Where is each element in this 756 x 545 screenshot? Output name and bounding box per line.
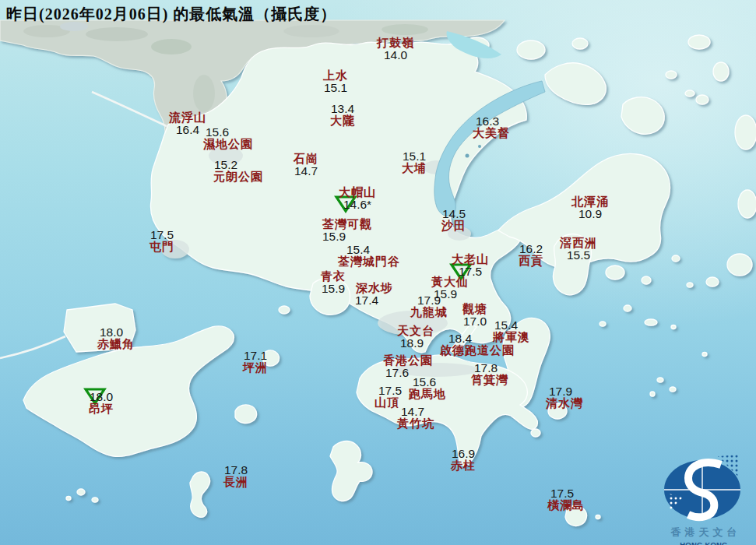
station-name: 打鼓嶺 — [377, 37, 414, 49]
station-name: 流浮山 — [169, 112, 206, 124]
station: 15.1大埔 — [402, 150, 427, 174]
station: 18.0赤鱲角 — [97, 326, 135, 350]
station: 17.8長洲 — [223, 464, 248, 488]
station: 滘西洲 15.5 — [560, 237, 597, 262]
station-value: 17.4 — [348, 294, 385, 307]
station-value: 15.1 — [402, 150, 427, 163]
station-value: 17.9 — [410, 294, 448, 307]
station-name: 啟德跑道公園 — [440, 344, 515, 356]
hko-logo-english: HONG KONG OBSERVATORY — [651, 540, 756, 545]
station-value: 15.4 — [487, 319, 525, 332]
station-value: 14.7 — [294, 165, 318, 178]
station-value: 18.4 — [423, 332, 498, 345]
station: 15.2元朗公園 — [213, 159, 263, 183]
station: 15.4荃灣城門谷 — [338, 244, 400, 268]
station: 17.9清水灣 — [546, 385, 583, 410]
station-name: 坪洲 — [243, 361, 268, 373]
station-value: 16.9 — [451, 448, 476, 460]
station: 觀塘 17.0 — [462, 304, 487, 328]
station-value: 18.0 — [89, 391, 114, 403]
hei-ling-chau — [235, 405, 257, 423]
station: 大老山 17.5 — [452, 254, 489, 278]
station: 17.5屯門 — [149, 229, 174, 253]
station-name: 濕地公園 — [203, 138, 253, 149]
station: 18.0昂坪 — [89, 391, 114, 415]
station-value: 17.0 — [462, 315, 487, 328]
weather-map-page: 昨日(2026年02月06日) 的最低氣溫（攝氏度） 打鼓嶺 14.0 上水 1… — [0, 0, 756, 545]
station: 17.9九龍城 — [410, 294, 448, 318]
station-name: 大美督 — [473, 127, 510, 139]
station: 15.4將軍澳 — [493, 319, 530, 343]
station: 15.6跑馬地 — [409, 376, 446, 400]
station: 北潭涌 10.9 — [571, 196, 609, 220]
station-value: 13.4 — [330, 103, 355, 115]
station: 15.6濕地公園 — [203, 126, 253, 150]
station-name: 西貢 — [519, 255, 543, 266]
station-value: 14.0 — [377, 49, 414, 62]
station-name: 昂坪 — [89, 403, 114, 414]
station: 石崗 14.7 — [294, 153, 318, 178]
station-value: 17.5 — [543, 487, 581, 500]
station: 深水埗 17.4 — [356, 283, 393, 307]
hko-logo: 香港天文台 HONG KONG OBSERVATORY — [651, 455, 756, 545]
station-name: 赤柱 — [451, 459, 476, 471]
station: 14.7黃竹坑 — [397, 406, 434, 430]
station-name: 大老山 — [452, 254, 489, 265]
station-name: 筲箕灣 — [471, 374, 508, 385]
station-name: 將軍澳 — [493, 331, 530, 343]
station-value: 16.2 — [519, 243, 543, 255]
station-value: 17.8 — [223, 464, 248, 476]
station-value: 15.4 — [327, 244, 389, 256]
station-name: 觀塘 — [462, 304, 487, 315]
station-value: 17.5 — [378, 385, 403, 397]
hko-logo-chinese: 香港天文台 — [651, 526, 756, 540]
station-name: 滘西洲 — [560, 237, 597, 249]
station-name: 大埔 — [402, 162, 427, 174]
station-name: 大帽山 — [339, 187, 376, 199]
station: 13.4大隴 — [330, 103, 355, 127]
station: 17.8筲箕灣 — [471, 362, 508, 386]
ma-wan-island — [279, 306, 290, 314]
station-value: 15.6 — [192, 126, 242, 139]
station: 青衣 15.9 — [321, 271, 346, 295]
station: 荃灣可觀 15.9 — [322, 219, 372, 243]
station: 17.1坪洲 — [243, 350, 268, 374]
station: 打鼓嶺 14.0 — [377, 37, 414, 62]
page-title: 昨日(2026年02月06日) 的最低氣溫（攝氏度） — [6, 4, 336, 25]
station-name: 九龍城 — [410, 306, 448, 318]
station-name: 青衣 — [321, 271, 346, 283]
station-name: 荃灣可觀 — [322, 219, 372, 230]
station-name: 清水灣 — [546, 397, 583, 409]
station: 16.9赤柱 — [451, 448, 476, 472]
station-name: 深水埗 — [356, 283, 393, 294]
station: 16.2西貢 — [519, 243, 543, 267]
station-name: 香港公園 — [383, 355, 433, 367]
station: 大帽山 14.6* — [339, 187, 376, 211]
station-name: 黃大仙 — [431, 276, 469, 288]
station-name: 橫瀾島 — [547, 499, 585, 511]
station: 17.5橫瀾島 — [547, 487, 585, 512]
station-name: 沙田 — [441, 220, 466, 231]
station-name: 屯門 — [149, 241, 174, 252]
station-value: 10.9 — [571, 208, 609, 220]
station: 17.5山頂 — [374, 385, 399, 409]
station-value: 17.8 — [467, 362, 505, 374]
station-value: 15.5 — [560, 249, 597, 262]
station-name: 長洲 — [223, 476, 248, 487]
station-name: 荃灣城門谷 — [338, 255, 400, 267]
station: 14.5沙田 — [441, 208, 466, 232]
station-value: 17.9 — [542, 385, 579, 398]
station-name: 黃竹坑 — [397, 417, 434, 429]
station-name: 大隴 — [330, 114, 355, 126]
station-value: 14.6* — [339, 199, 376, 211]
station-value: 18.0 — [93, 326, 130, 339]
station-name: 跑馬地 — [409, 388, 446, 399]
station-value: 17.5 — [149, 229, 174, 241]
station-value: 15.2 — [201, 159, 251, 171]
station-name: 石崗 — [294, 153, 318, 165]
station-value: 15.9 — [309, 230, 359, 243]
station-value: 14.7 — [394, 406, 431, 418]
station-value: 17.1 — [243, 350, 268, 362]
station-value: 15.6 — [406, 376, 443, 389]
hk-map — [0, 0, 756, 545]
